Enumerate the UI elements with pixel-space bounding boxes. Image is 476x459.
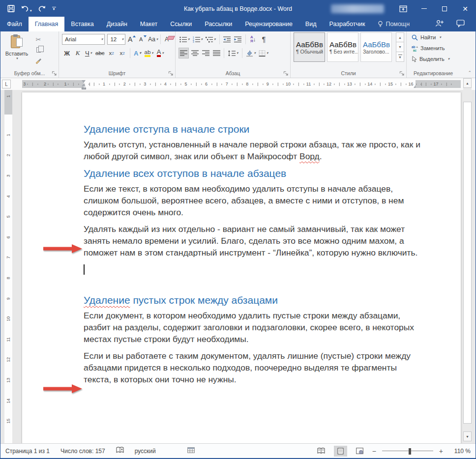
borders-button[interactable]: ▾ [258,48,269,58]
first-line-indent-marker[interactable] [82,80,86,83]
close-button[interactable]: ✕ [455,0,476,17]
left-indent-marker[interactable] [82,87,86,89]
clipboard-group: Вставить ▾ ✂ Буфер обм... [0,31,59,78]
horizontal-ruler[interactable]: 321 12345678910111213141516 17 [22,80,461,88]
format-painter-icon[interactable] [33,56,44,64]
find-button[interactable]: Найти▾ [410,32,458,42]
align-right-button[interactable] [201,48,210,58]
copy-icon[interactable] [33,45,44,54]
numbering-button[interactable]: 123▾ [192,34,204,45]
tab-view[interactable]: Вид [299,17,323,31]
language-indicator[interactable]: русский [135,448,156,455]
font-family-select[interactable]: Arial▾ [62,34,105,45]
change-case-button[interactable]: Aa▾ [148,34,158,45]
shrink-font-button[interactable]: A [137,34,147,45]
style-normal[interactable]: АаБбВв ¶ Обычный [294,32,325,62]
vertical-scrollbar[interactable]: ▲ ▼ [463,78,472,443]
maximize-button[interactable] [434,0,455,17]
tab-review[interactable]: Рецензирование [238,17,299,31]
shading-button[interactable]: ▾ [245,48,257,58]
zoom-slider[interactable] [382,451,433,451]
tab-references[interactable]: Ссылки [164,17,198,31]
tab-developer[interactable]: Разработчик [323,17,371,31]
italic-button[interactable]: К [73,48,83,58]
underline-button[interactable]: Ч▾ [84,48,93,58]
text-highlight-button[interactable]: ab▾ [144,48,154,58]
align-left-button[interactable] [178,48,189,58]
ruler-number: 12 [4,356,12,364]
paste-dropdown-icon[interactable]: ▾ [16,57,18,60]
customize-qat-button[interactable]: ▾ [52,7,56,10]
show-marks-button[interactable]: ¶ [259,34,269,45]
tab-file[interactable]: Файл [0,17,29,31]
bold-button[interactable]: Ж [62,48,72,58]
document-content[interactable]: Удаление отступа в начале строки Удалить… [84,92,423,385]
styles-gallery-expand-icon[interactable]: ▼ [396,52,404,62]
grow-font-button[interactable]: A [126,34,136,45]
redo-icon[interactable] [38,5,46,12]
font-dialog-launcher[interactable] [168,71,174,76]
style-no-spacing[interactable]: АаБбВв ¶ Без инте... [327,32,358,62]
clipboard-dialog-launcher[interactable] [52,71,57,76]
scroll-down-icon[interactable]: ▼ [463,431,472,441]
multilevel-list-button[interactable]: ▾ [205,34,217,45]
collapse-ribbon-icon[interactable]: ⌃ [468,70,472,75]
zoom-in-button[interactable]: + [439,447,443,455]
sign-in-icon[interactable] [435,20,444,29]
line-spacing-button[interactable]: ▾ [227,48,239,58]
cut-icon[interactable]: ✂ [33,35,44,44]
lightbulb-icon [378,21,383,28]
bullets-button[interactable]: ▾ [178,34,191,45]
clear-formatting-button[interactable]: A [163,34,173,45]
undo-dropdown-icon[interactable]: ▾ [30,9,32,12]
macro-record-icon[interactable] [187,447,195,455]
undo-button[interactable]: ▾ [21,5,32,12]
font-size-select[interactable]: 12▾ [107,34,125,45]
paragraph-dialog-launcher[interactable] [283,71,289,76]
paste-button[interactable]: Вставить ▾ [3,33,30,69]
decrease-indent-button[interactable] [222,34,232,45]
font-color-button[interactable]: А▾ [155,48,165,58]
tab-design[interactable]: Дизайн [100,17,134,31]
scroll-up-icon[interactable]: ▲ [463,78,472,88]
strikethrough-button[interactable]: abc [94,48,106,58]
tab-insert[interactable]: Вставка [64,17,100,31]
paste-clipboard-icon [11,34,23,49]
styles-scroll-up-icon[interactable]: ▲ [396,32,404,42]
print-layout-icon[interactable] [334,446,347,457]
tab-home[interactable]: Главная [29,17,65,31]
zoom-slider-thumb[interactable] [409,448,411,455]
zoom-level[interactable]: 110 % [449,448,471,455]
scrollbar-thumb[interactable] [463,102,472,424]
page-count[interactable]: Страница 1 из 1 [5,448,50,455]
superscript-button[interactable]: x2 [118,48,127,58]
vertical-ruler[interactable]: 123456789101112131415 1 [4,90,12,443]
tab-stop-selector[interactable]: L [2,80,11,88]
proofing-errors-icon[interactable] [116,447,124,455]
text-effects-button[interactable]: А▾ [133,48,143,58]
align-center-button[interactable] [190,48,200,58]
hanging-indent-marker[interactable] [82,84,86,86]
styles-scroll-down-icon[interactable]: ▼ [396,42,404,52]
account-name-blurred[interactable] [331,4,384,13]
comments-icon[interactable] [456,20,465,29]
web-layout-icon[interactable] [353,446,366,457]
replace-button[interactable]: abac Заменить [410,43,458,53]
zoom-out-button[interactable]: − [372,447,376,455]
tab-layout[interactable]: Макет [134,17,164,31]
read-mode-icon[interactable] [315,446,328,457]
style-heading1[interactable]: АаБбВв Заголово... [360,32,392,62]
justify-button[interactable] [211,48,221,58]
save-icon[interactable] [7,5,15,12]
tab-tell-me[interactable]: Помощн [371,17,416,31]
select-button[interactable]: Выделить▾ [410,54,458,64]
document-page[interactable]: Удаление отступа в начале строки Удалить… [22,92,461,443]
styles-dialog-launcher[interactable] [399,71,405,76]
increase-indent-button[interactable] [233,34,243,45]
sort-button[interactable]: АЯ↓ [248,34,258,45]
tab-mailings[interactable]: Рассылки [198,17,238,31]
minimize-button[interactable] [414,0,434,17]
subscript-button[interactable]: x2 [107,48,117,58]
ribbon-display-options-button[interactable] [393,0,414,17]
word-count[interactable]: Число слов: 157 [60,448,105,455]
